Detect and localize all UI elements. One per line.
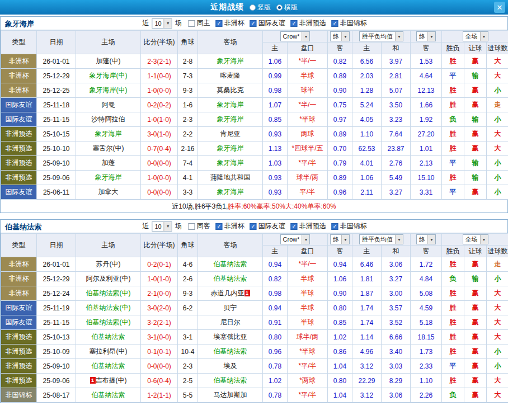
team-name[interactable]: 阿曼	[102, 101, 115, 108]
team-name[interactable]: 喀麦隆	[220, 72, 241, 79]
team-name[interactable]: 伯基纳法索	[92, 362, 125, 370]
same-venue-filter[interactable]: 同客	[189, 221, 210, 231]
wdl-avg-select[interactable]: 胜平负均值▼	[359, 234, 403, 244]
team-name[interactable]: 伯基纳法索	[92, 333, 125, 341]
match-row: 非洲杯25-12-29象牙海岸(中)1-1(0-0)7-3喀麦隆0.99半球0.…	[1, 69, 508, 83]
match-score: 0-0(0-0)	[141, 185, 178, 200]
team-name[interactable]: 吉布提(中)	[96, 376, 127, 384]
competition-filter-1[interactable]: ✓国际友谊	[250, 221, 285, 231]
avg-lose: 3.31	[411, 185, 442, 200]
team-name[interactable]: 象牙海岸(中)	[90, 72, 128, 79]
odds-stage-select[interactable]: 终▼	[330, 31, 350, 41]
team-name[interactable]: 伯基纳法索	[214, 347, 247, 355]
competition-filter-1[interactable]: ✓国际友谊	[250, 18, 285, 28]
avg-win: 1.87	[352, 286, 382, 301]
avg-lose: 1.66	[411, 98, 442, 112]
same-venue-filter[interactable]: 同主	[189, 18, 210, 28]
match-score: 3-0(2-0)	[141, 301, 178, 315]
checkbox-icon[interactable]: ✓	[216, 223, 223, 230]
checkbox-icon[interactable]: ✓	[216, 20, 223, 27]
layout-option-horizontal[interactable]: 横版	[276, 3, 298, 12]
checkbox-icon[interactable]: ✓	[332, 223, 338, 230]
result-wdl: 胜	[442, 286, 464, 301]
competition-filter-2[interactable]: ✓非洲预选	[291, 221, 326, 231]
competition-filter-0[interactable]: ✓非洲杯	[216, 18, 244, 28]
team-name[interactable]: 埃塞俄比亚	[214, 333, 247, 341]
away-odds: 0.89	[328, 69, 352, 83]
team-name[interactable]: 伯基纳法索	[214, 260, 247, 268]
checkbox-icon[interactable]: ✓	[250, 20, 257, 27]
team-name[interactable]: 伯基纳法索	[92, 391, 125, 399]
team-name[interactable]: 象牙海岸	[95, 130, 122, 138]
checkbox-icon[interactable]: ✓	[332, 20, 338, 27]
checkbox-icon[interactable]	[189, 20, 195, 27]
competition-filter-3[interactable]: ✓非国锦标	[332, 221, 367, 231]
team-name[interactable]: 加蓬	[102, 159, 115, 167]
team-name[interactable]: 肯尼亚	[220, 130, 241, 138]
odds-stage-select[interactable]: 终▼	[330, 234, 350, 244]
team-name[interactable]: 象牙海岸	[217, 57, 244, 65]
close-button[interactable]: ✕	[494, 2, 505, 13]
team-name[interactable]: 伯基纳法索(中)	[86, 289, 131, 297]
team-name[interactable]: 象牙海岸	[217, 144, 244, 152]
away-odds: 0.94	[328, 257, 352, 272]
radio-icon[interactable]	[276, 4, 283, 11]
checkbox-icon[interactable]: ✓	[291, 223, 298, 230]
corner-score: 4-1	[178, 171, 198, 185]
team-name[interactable]: 马达加斯加	[214, 391, 247, 399]
team-name[interactable]: 象牙海岸(中)	[90, 86, 128, 94]
wdl-stage-header: 终▼	[411, 234, 442, 246]
team-name[interactable]: 象牙海岸	[217, 101, 244, 108]
wdl-avg-select[interactable]: 胜平负均值▼	[359, 31, 403, 41]
odds-source-select[interactable]: Crow*▼	[280, 234, 311, 244]
team-name[interactable]: 塞拉利昂(中)	[90, 347, 128, 355]
subcol-5: 客	[411, 246, 442, 257]
match-count-select[interactable]: 10▼	[152, 221, 172, 232]
team-name[interactable]: 赤道几内亚	[211, 289, 244, 297]
team-name[interactable]: 伯基纳法索	[214, 275, 247, 282]
odds-source-header: Crow*▼	[263, 234, 328, 246]
checkbox-icon[interactable]: ✓	[250, 223, 257, 230]
wdl-stage-select[interactable]: 终▼	[416, 31, 436, 41]
match-date: 25-10-09	[37, 345, 76, 359]
team-name[interactable]: 塞舌尔(中)	[93, 144, 124, 152]
corner-score: 2-3	[178, 359, 198, 374]
team-name[interactable]: 伯基纳法索	[214, 376, 247, 384]
scope-select[interactable]: 全场▼	[463, 31, 488, 41]
radio-icon[interactable]	[250, 4, 256, 11]
team-name[interactable]: 象牙海岸	[95, 173, 122, 181]
subcol-4: 和	[382, 43, 411, 54]
team-name[interactable]: 象牙海岸	[217, 115, 244, 123]
checkbox-icon[interactable]	[189, 223, 195, 230]
team-name[interactable]: 尼日尔	[220, 318, 241, 326]
same-venue-filter-label: 同主	[197, 18, 210, 28]
team-name[interactable]: 加蓬(中)	[96, 57, 121, 65]
team-name[interactable]: 贝宁	[224, 304, 237, 312]
team-name[interactable]: 蒲隆地共和国	[210, 173, 251, 181]
team-name[interactable]: 象牙海岸	[217, 188, 244, 196]
team-name[interactable]: 加拿大	[98, 188, 119, 196]
scope-select[interactable]: 全场▼	[463, 234, 488, 244]
dropdown-icon: ▼	[395, 32, 403, 41]
wdl-stage-select[interactable]: 终▼	[416, 234, 436, 244]
competition-filter-0-label: 非洲杯	[224, 221, 244, 231]
team-name[interactable]: 沙特阿拉伯	[92, 115, 125, 123]
match-date: 25-11-15	[37, 315, 76, 330]
team-name[interactable]: 阿尔及利亚(中)	[86, 275, 131, 282]
home-team-cell: 象牙海岸	[76, 127, 141, 141]
team-name[interactable]: 象牙海岸	[217, 159, 244, 167]
result-wdl: 胜	[442, 141, 464, 156]
match-count-select[interactable]: 10▼	[152, 18, 172, 29]
avg-win: 22.29	[352, 374, 382, 388]
layout-option-vertical[interactable]: 竖版	[250, 3, 271, 12]
odds-source-select[interactable]: Crow*▼	[280, 31, 311, 41]
competition-filter-3[interactable]: ✓非国锦标	[332, 18, 367, 28]
team-name[interactable]: 苏丹(中)	[96, 260, 121, 268]
team-name[interactable]: 伯基纳法索(中)	[86, 318, 131, 326]
checkbox-icon[interactable]: ✓	[291, 20, 298, 27]
competition-filter-0[interactable]: ✓非洲杯	[216, 221, 244, 231]
team-name[interactable]: 莫桑比克	[217, 86, 244, 94]
team-name[interactable]: 埃及	[224, 362, 237, 370]
team-name[interactable]: 伯基纳法索(中)	[86, 304, 131, 312]
competition-filter-2[interactable]: ✓非洲预选	[291, 18, 326, 28]
